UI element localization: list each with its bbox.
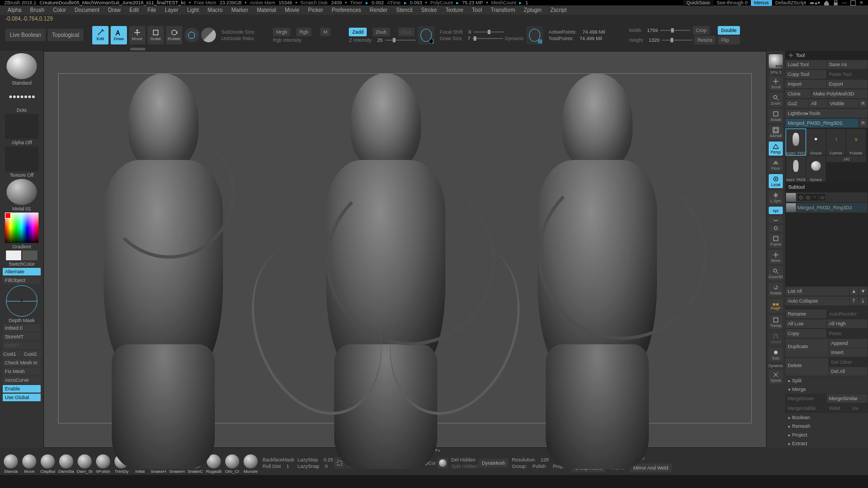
xyz-button[interactable]: xyz xyxy=(769,207,783,214)
duplicate-button[interactable]: Duplicate xyxy=(786,339,828,357)
tool-header[interactable]: Tool xyxy=(785,51,868,60)
alternate-button[interactable]: Alternate xyxy=(3,268,41,275)
cust1-button[interactable]: Cust1 xyxy=(2,350,21,358)
move-up-icon[interactable]: ⤒ xyxy=(850,297,858,305)
copy-tool-button[interactable]: Copy Tool xyxy=(786,70,826,79)
auto-collapse-button[interactable]: Auto Collapse xyxy=(786,297,849,305)
rgb-toggle[interactable]: Rgb xyxy=(296,28,312,36)
menus-button[interactable]: Menus xyxy=(751,0,772,6)
z-indicator[interactable]: ⬤ xyxy=(418,26,435,44)
transp-button[interactable]: Transp xyxy=(769,315,783,329)
mergesimilar-button[interactable]: MergeSimilar xyxy=(827,394,867,403)
brush-swatch[interactable] xyxy=(7,53,37,79)
frame-button[interactable]: Frame xyxy=(769,234,783,248)
default-zscript[interactable]: DefaultZScript xyxy=(775,0,806,5)
lsym-button[interactable]: L.Sym xyxy=(769,190,783,204)
goz-visible-button[interactable]: Visible xyxy=(828,99,858,108)
goz-button[interactable]: GoZ xyxy=(786,99,808,108)
brush-thumb[interactable]: hPolish xyxy=(94,452,112,474)
scale-mode-button[interactable]: Scale xyxy=(148,26,164,44)
move-button[interactable]: Move xyxy=(769,250,783,264)
rot-y-button[interactable] xyxy=(769,216,783,223)
brush-thumb[interactable]: Standa xyxy=(2,452,20,474)
splithidden-button[interactable]: Split Hidden xyxy=(451,464,478,469)
menu-zscript[interactable]: Zscript xyxy=(546,6,571,14)
all-high-button[interactable]: All High xyxy=(827,319,867,328)
brush-thumb[interactable]: Move xyxy=(21,452,38,474)
local-button[interactable]: Local xyxy=(769,174,783,188)
enable-button[interactable]: Enable xyxy=(3,385,41,393)
actual-button[interactable]: Actual xyxy=(769,109,783,123)
double-button[interactable]: Double xyxy=(718,26,740,35)
tool-thumb[interactable]: Sphere xyxy=(806,156,826,182)
switchcolor-label[interactable]: SwitchColor xyxy=(9,261,35,267)
polyf-button[interactable]: ▦▦PolyF xyxy=(769,299,783,313)
boolean-accordion[interactable]: Boolean xyxy=(785,413,868,422)
paste-tool-button[interactable]: Paste Tool xyxy=(827,70,867,79)
brush-thumb[interactable]: Orb_Cr xyxy=(224,452,241,474)
menu-texture[interactable]: Texture xyxy=(441,6,468,14)
zcut-toggle[interactable]: Zcut xyxy=(398,28,414,36)
menu-file[interactable]: File xyxy=(143,6,161,14)
menu-alpha[interactable]: Alpha xyxy=(3,6,26,14)
menu-draw[interactable]: Draw xyxy=(104,6,125,14)
menu-layer[interactable]: Layer xyxy=(161,6,183,14)
depth-mask-icon[interactable] xyxy=(6,285,37,317)
zoom-button[interactable]: Zoom xyxy=(769,93,783,107)
copy-button[interactable]: Copy xyxy=(786,329,826,338)
menu-picker[interactable]: Picker xyxy=(304,6,328,14)
tool-thumb[interactable]: SPolyMe xyxy=(846,129,866,155)
remesh-accordion[interactable]: Remesh xyxy=(785,422,868,431)
all-low-button[interactable]: All Low xyxy=(786,319,826,328)
goz-r-button[interactable]: R xyxy=(859,99,867,108)
zoom3d-button[interactable]: Zoom3D xyxy=(769,266,783,280)
weld-button[interactable]: Weld xyxy=(827,404,850,413)
subtool-row[interactable]: Merged_PM3D_Ring3D2 xyxy=(786,203,867,213)
fixmesh-button[interactable]: Fix Mesh xyxy=(3,368,41,375)
xpose-button[interactable]: Xpose xyxy=(769,370,783,384)
move-mode-button[interactable]: Move xyxy=(129,26,145,44)
menu-document[interactable]: Document xyxy=(71,6,104,14)
paste-button[interactable]: Paste xyxy=(827,329,867,338)
topological-button[interactable]: Topological xyxy=(48,29,84,41)
size-indicator[interactable]: D xyxy=(526,26,543,44)
rename-button[interactable]: Rename xyxy=(786,310,826,318)
rotate-mode-button[interactable]: Rotate xyxy=(166,26,182,44)
tool-thumb[interactable]: Merged_PM3D. xyxy=(786,129,806,155)
goz-all-button[interactable]: All xyxy=(809,99,827,108)
draw-size-slider[interactable] xyxy=(473,38,503,39)
dynamesh-button[interactable]: DynaMesh xyxy=(478,459,508,467)
mrgb-toggle[interactable]: Mrgb xyxy=(273,28,291,36)
menu-stencil[interactable]: Stencil xyxy=(392,6,417,14)
z-intensity-slider[interactable] xyxy=(385,40,416,41)
menu-render[interactable]: Render xyxy=(366,6,392,14)
gizmo-button[interactable] xyxy=(184,28,199,42)
mask-brush-icon[interactable] xyxy=(437,458,448,468)
quicksave-button[interactable]: QuickSave xyxy=(683,0,713,6)
tool-thumb[interactable]: ⌇Cylinde xyxy=(826,129,846,155)
draw-mode-button[interactable]: Draw xyxy=(111,26,127,44)
rot-z-button[interactable] xyxy=(769,225,783,232)
arrow-down-icon[interactable]: ▼ xyxy=(859,287,867,296)
live-boolean-button[interactable]: Live Boolean xyxy=(5,29,46,41)
sculptris-button[interactable] xyxy=(201,28,216,42)
floor-button[interactable]: Floor xyxy=(769,158,783,172)
menu-movie[interactable]: Movie xyxy=(280,6,304,14)
menu-marker[interactable]: Marker xyxy=(227,6,252,14)
maximize-icon[interactable] xyxy=(850,0,856,6)
mergevisible-button[interactable]: MergeVisible xyxy=(786,404,826,413)
solo-button[interactable]: Solo xyxy=(769,348,783,362)
export-button[interactable]: Export xyxy=(827,80,867,88)
make-polymesh-button[interactable]: Make PolyMesh3D xyxy=(811,89,867,98)
edit-mode-button[interactable]: Edit xyxy=(92,26,108,44)
append-button[interactable]: Append xyxy=(829,339,867,348)
alpha-swatch[interactable] xyxy=(5,114,39,139)
aahalf-button[interactable]: AAHalf xyxy=(769,125,783,139)
load-tool-button[interactable]: Load Tool xyxy=(786,60,826,69)
brush-thumb[interactable]: Monste xyxy=(242,452,259,474)
del-all-button[interactable]: Del All xyxy=(829,367,867,376)
color-picker[interactable] xyxy=(5,213,39,243)
split-accordion[interactable]: Split xyxy=(785,376,868,385)
shelf-scrollbar[interactable] xyxy=(130,48,145,50)
height-slider[interactable] xyxy=(662,40,692,41)
